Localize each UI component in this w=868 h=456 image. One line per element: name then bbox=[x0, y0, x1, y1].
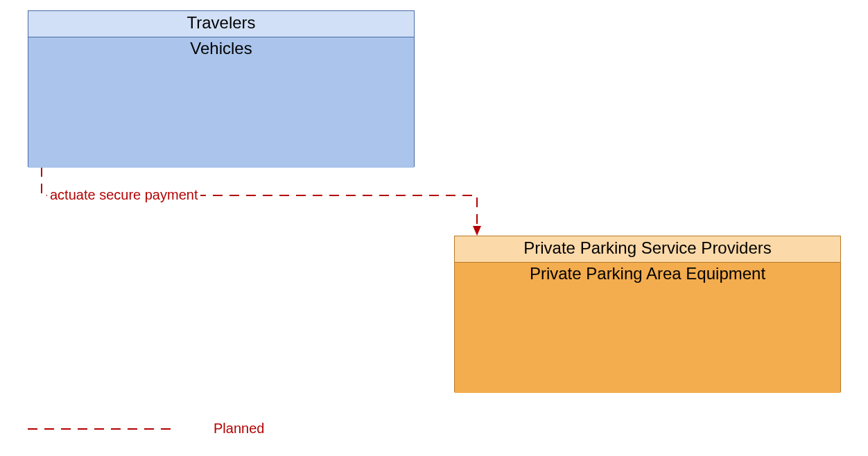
entity-header-label: Private Parking Service Providers bbox=[523, 238, 771, 257]
flow-arrowhead bbox=[473, 226, 481, 236]
entity-body-label: Vehicles bbox=[190, 39, 252, 58]
entity-header: Travelers bbox=[28, 11, 414, 37]
entity-box-private-parking: Private Parking Service Providers Privat… bbox=[454, 236, 841, 392]
entity-body: Private Parking Area Equipment bbox=[455, 263, 840, 393]
entity-header: Private Parking Service Providers bbox=[455, 236, 840, 263]
entity-box-travelers-vehicles: Travelers Vehicles bbox=[28, 10, 415, 167]
legend-label-planned: Planned bbox=[214, 421, 264, 437]
entity-header-label: Travelers bbox=[186, 13, 255, 32]
flow-label-actuate-secure-payment: actuate secure payment bbox=[47, 187, 200, 203]
entity-body: Vehicles bbox=[28, 37, 414, 168]
entity-body-label: Private Parking Area Equipment bbox=[530, 264, 765, 283]
